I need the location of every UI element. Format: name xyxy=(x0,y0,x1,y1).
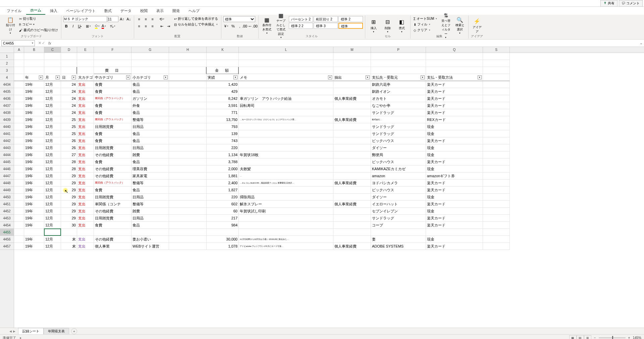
format-as-table-button[interactable]: ▦ テーブルとして書式設定▾ xyxy=(275,16,287,35)
cell[interactable] xyxy=(371,67,426,74)
cell[interactable] xyxy=(94,229,131,236)
cell[interactable] xyxy=(239,109,333,116)
cell[interactable]: 雑費 xyxy=(131,208,169,215)
cell[interactable] xyxy=(483,130,510,137)
cell[interactable] xyxy=(14,194,24,201)
filter-button[interactable]: ▾ xyxy=(39,75,43,79)
border-button[interactable]: ⊞ xyxy=(86,23,92,29)
cell[interactable]: 食費 xyxy=(94,102,131,109)
cell[interactable]: … xyxy=(239,173,333,180)
cell[interactable] xyxy=(333,88,371,95)
cell[interactable]: 793 xyxy=(207,123,239,130)
decrease-indent-button[interactable]: ⇤ xyxy=(159,23,165,29)
filter-button[interactable]: ▾ xyxy=(56,75,60,79)
filter-button[interactable]: ▾ xyxy=(421,75,425,79)
cell[interactable]: セブンイレブン xyxy=(371,208,426,215)
cell[interactable]: 日用品 xyxy=(131,194,169,201)
cell[interactable] xyxy=(169,67,207,74)
cell[interactable] xyxy=(14,222,24,229)
cell[interactable]: 12月 xyxy=(44,222,61,229)
cell[interactable]: 支出 xyxy=(77,102,94,109)
cell[interactable] xyxy=(426,60,483,67)
cell[interactable] xyxy=(169,60,207,67)
cell[interactable]: 30,000 xyxy=(207,236,239,243)
cell-style-option[interactable]: 標準 3 xyxy=(314,23,338,29)
ribbon-tab-9[interactable]: ヘルプ xyxy=(184,7,204,15)
row-headers[interactable]: 1234443444354436443744384439444044414442… xyxy=(0,53,14,328)
cell[interactable]: ビックハウス xyxy=(371,187,426,194)
cell[interactable]: 食費 xyxy=(94,158,131,165)
row-header[interactable]: 4436 xyxy=(0,95,14,102)
cell[interactable]: 12月 xyxy=(44,187,61,194)
cell[interactable] xyxy=(333,165,371,173)
cell[interactable] xyxy=(169,53,207,60)
cell[interactable]: 食品 xyxy=(131,187,169,194)
cell[interactable] xyxy=(483,208,510,215)
cell[interactable]: 楽天カード xyxy=(426,215,483,222)
align-left-button[interactable]: ≡ xyxy=(136,23,142,29)
cell[interactable] xyxy=(426,53,483,60)
insert-cells-button[interactable]: ⊞挿入▾ xyxy=(367,16,380,35)
row-header[interactable]: 4444 xyxy=(0,151,14,158)
cell[interactable] xyxy=(333,187,371,194)
cell[interactable]: サンドラッグ xyxy=(371,215,426,222)
cell[interactable]: 食品 xyxy=(131,137,169,144)
cell[interactable]: その他経費 xyxy=(94,173,131,180)
cell[interactable]: ヨドバシカメラ xyxy=(371,180,426,187)
cell[interactable] xyxy=(77,67,94,74)
cell[interactable] xyxy=(239,187,333,194)
cell[interactable]: 費 目 xyxy=(94,67,131,74)
cell[interactable]: 12月 xyxy=(44,215,61,222)
cell[interactable]: 28 xyxy=(61,165,77,173)
cell[interactable] xyxy=(169,222,207,229)
cell-style-option[interactable]: 標準 xyxy=(338,23,363,29)
ribbon-tab-6[interactable]: 校閲 xyxy=(136,7,152,15)
cell[interactable]: 現金 xyxy=(426,130,483,137)
cell[interactable]: 妻お小遣い xyxy=(131,236,169,243)
cell[interactable]: 19年 xyxy=(24,201,44,208)
cell[interactable]: 釧路イオン xyxy=(371,88,426,95)
cell[interactable] xyxy=(24,67,44,74)
cell[interactable] xyxy=(371,229,426,236)
row-header[interactable]: 4 xyxy=(0,74,14,81)
cell[interactable] xyxy=(371,60,426,67)
share-button[interactable]: 共有 xyxy=(600,0,618,7)
cell[interactable] xyxy=(44,60,61,67)
align-right-button[interactable]: ≡ xyxy=(150,23,156,29)
page-break-button[interactable]: ⊞ xyxy=(584,335,591,339)
cell[interactable]: なごやか亭 xyxy=(371,102,426,109)
filter-button[interactable]: ▾ xyxy=(72,75,76,79)
row-header[interactable]: 4452 xyxy=(0,208,14,215)
cell[interactable] xyxy=(169,194,207,201)
cell[interactable] xyxy=(169,208,207,215)
cell[interactable]: 29 xyxy=(61,187,77,194)
cell[interactable] xyxy=(14,53,24,60)
cell[interactable]: 19年 xyxy=(24,236,44,243)
cell[interactable]: 29 xyxy=(61,201,77,208)
formula-input[interactable] xyxy=(53,40,638,46)
ribbon-tab-4[interactable]: 数式 xyxy=(100,7,116,15)
cell[interactable] xyxy=(333,53,371,60)
cell[interactable]: 3,591 xyxy=(207,102,239,109)
cell[interactable]: 19年 xyxy=(24,165,44,173)
cell[interactable]: 現金 xyxy=(426,165,483,173)
cell[interactable]: 2,400 xyxy=(207,180,239,187)
cell[interactable] xyxy=(131,67,169,74)
cell[interactable]: 30 xyxy=(61,222,77,229)
cell[interactable]: 支出 xyxy=(77,201,94,208)
filter-button[interactable]: ▾ xyxy=(478,75,482,79)
cell[interactable] xyxy=(169,95,207,102)
cell[interactable]: 19年 xyxy=(24,137,44,144)
cell[interactable]: 郵便局 xyxy=(371,151,426,158)
cell[interactable] xyxy=(169,123,207,130)
fx-icon[interactable]: fx xyxy=(47,41,53,45)
cell[interactable] xyxy=(77,229,94,236)
row-header[interactable]: 1 xyxy=(0,53,14,60)
cell[interactable]: 支出 xyxy=(77,109,94,116)
cell[interactable]: 771 xyxy=(207,109,239,116)
cell[interactable]: 19年 xyxy=(24,130,44,137)
cell[interactable] xyxy=(169,229,207,236)
row-header[interactable]: 4451 xyxy=(0,201,14,208)
cell[interactable]: 整備等 xyxy=(131,201,169,208)
row-header[interactable]: 4455 xyxy=(0,229,14,236)
